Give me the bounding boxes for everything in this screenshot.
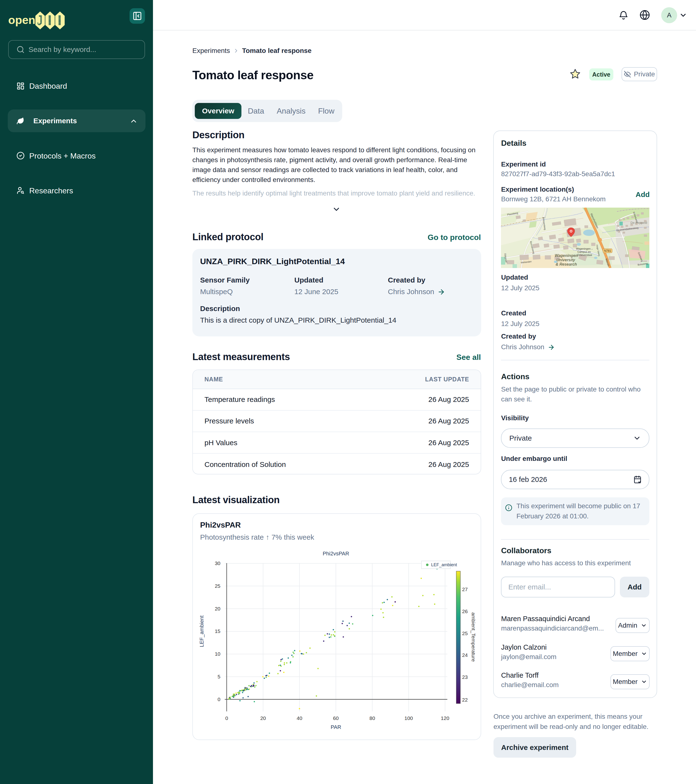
- svg-text:0: 0: [217, 697, 220, 702]
- svg-text:20: 20: [260, 715, 266, 721]
- svg-text:Droevendaal: Droevendaal: [578, 254, 592, 257]
- svg-text:De Peppeld: De Peppeld: [630, 221, 647, 224]
- svg-text:100: 100: [404, 715, 413, 721]
- svg-text:LEF_ambient: LEF_ambient: [431, 562, 457, 567]
- svg-text:Wageningen→: Wageningen→: [576, 247, 593, 250]
- svg-text:20: 20: [215, 606, 220, 611]
- svg-text:23: 23: [462, 674, 467, 680]
- svg-text:ambient_Temperature: ambient_Temperature: [471, 613, 476, 662]
- svg-text:Phi2vsPAR: Phi2vsPAR: [322, 550, 349, 557]
- svg-text:24: 24: [462, 652, 468, 658]
- svg-text:25: 25: [462, 631, 467, 636]
- svg-text:LEF_ambient: LEF_ambient: [199, 616, 205, 647]
- svg-text:Wageningen: Wageningen: [555, 254, 578, 258]
- svg-text:5: 5: [217, 674, 220, 679]
- svg-text:Campus en: Campus en: [578, 250, 591, 253]
- svg-text:25: 25: [215, 583, 220, 589]
- svg-text:60: 60: [333, 715, 339, 721]
- svg-text:22: 22: [462, 697, 467, 703]
- svg-text:80: 80: [370, 715, 375, 721]
- svg-text:10: 10: [215, 651, 220, 657]
- svg-text:40: 40: [297, 715, 302, 721]
- svg-text:open: open: [8, 13, 35, 26]
- svg-text:30: 30: [215, 560, 220, 566]
- svg-text:N781: N781: [604, 249, 611, 252]
- svg-text:15: 15: [215, 628, 220, 634]
- svg-text:PAR: PAR: [331, 724, 341, 730]
- svg-text:0: 0: [225, 715, 228, 721]
- svg-text:120: 120: [441, 715, 449, 721]
- svg-text:& Research: & Research: [556, 262, 577, 266]
- svg-text:26: 26: [462, 609, 467, 614]
- svg-text:University: University: [556, 258, 576, 262]
- svg-text:27: 27: [462, 586, 467, 592]
